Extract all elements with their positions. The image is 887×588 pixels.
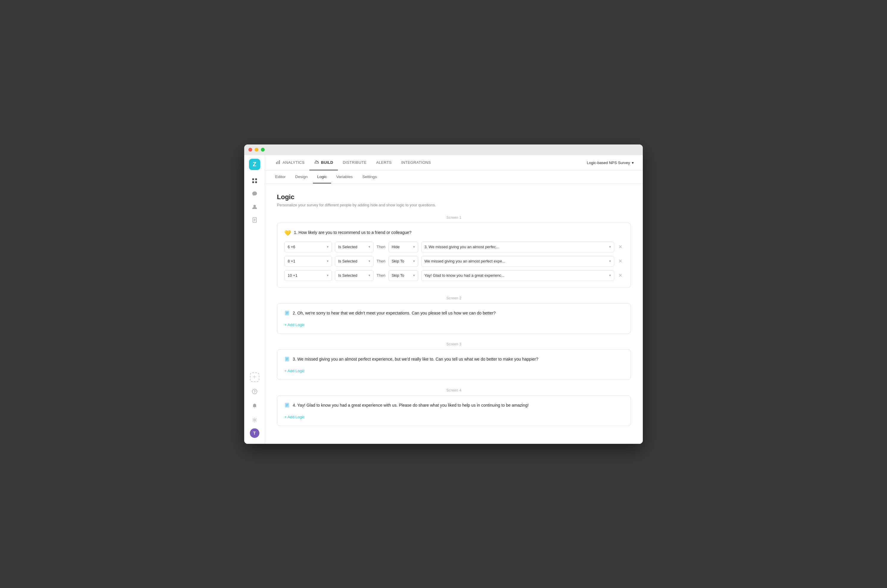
- condition-type-2[interactable]: Is Selected ▾: [335, 256, 374, 267]
- svg-rect-1: [255, 178, 257, 180]
- question-2-header: 2. Oh, we're sorry to hear that we didn'…: [284, 310, 624, 317]
- tab-settings[interactable]: Settings: [358, 170, 381, 183]
- sidebar-icon-grid[interactable]: [249, 175, 260, 187]
- close-button[interactable]: [248, 148, 252, 152]
- screen-section-2: Screen 2 2. Oh, we're: [277, 296, 631, 334]
- add-logic-4[interactable]: + Add Logic: [284, 415, 624, 419]
- screen-1-card: 💛 1. How likely are you to recommend us …: [277, 223, 631, 288]
- sidebar-icon-chat[interactable]: [249, 188, 260, 200]
- titlebar: [244, 144, 643, 155]
- screen-1-label: Screen 1: [277, 216, 631, 220]
- screen-4-card: 4. Yay! Glad to know you had a great exp…: [277, 395, 631, 426]
- nav-integrations-label: INTEGRATIONS: [401, 160, 431, 165]
- user-avatar[interactable]: T: [250, 428, 259, 438]
- app-container: Z: [244, 155, 643, 444]
- top-nav: ANALYTICS BUILD DISTRIBUTE ALERTS: [265, 155, 643, 171]
- nav-right: Logic-based NPS Survey ▾: [584, 159, 637, 167]
- then-label-3: Then: [377, 273, 385, 278]
- app-logo[interactable]: Z: [249, 159, 260, 170]
- app-window: Z: [244, 144, 643, 444]
- tab-variables[interactable]: Variables: [332, 170, 357, 183]
- nav-alerts-label: ALERTS: [376, 160, 392, 165]
- action-3[interactable]: Skip To ▾: [388, 270, 418, 281]
- survey-selector[interactable]: Logic-based NPS Survey ▾: [584, 159, 637, 167]
- question-1-header: 💛 1. How likely are you to recommend us …: [284, 230, 624, 236]
- nav-build[interactable]: BUILD: [309, 155, 338, 171]
- tab-logic-label: Logic: [317, 174, 326, 179]
- tab-editor-label: Editor: [275, 174, 286, 179]
- dropdown-5-arrow: ▾: [327, 259, 329, 263]
- then-label-2: Then: [377, 259, 385, 263]
- sidebar-bottom: ? T: [249, 386, 260, 440]
- screen-2-card: 2. Oh, we're sorry to hear that we didn'…: [277, 303, 631, 334]
- dropdown-11-arrow: ▾: [413, 273, 415, 278]
- nav-alerts[interactable]: ALERTS: [371, 155, 397, 171]
- destination-2[interactable]: We missed giving you an almost perfect e…: [421, 256, 614, 267]
- condition-value-2[interactable]: 8 +1 ▾: [284, 256, 332, 267]
- condition-value-1[interactable]: 6 +6 ▾: [284, 242, 332, 252]
- tab-logic[interactable]: Logic: [313, 170, 331, 183]
- destination-1[interactable]: 3. We missed giving you an almost perfec…: [421, 242, 614, 252]
- svg-rect-0: [252, 178, 254, 180]
- svg-rect-3: [255, 182, 257, 183]
- add-logic-3[interactable]: + Add Logic: [284, 369, 624, 373]
- question-3-header: 3. We missed giving you an almost perfec…: [284, 356, 624, 363]
- action-1[interactable]: Hide ▾: [388, 242, 418, 252]
- question-3-icon: [284, 356, 290, 363]
- dropdown-6-arrow: ▾: [368, 259, 370, 263]
- sidebar-icon-help[interactable]: ?: [249, 386, 260, 398]
- destination-3[interactable]: Yay! Glad to know you had a great experi…: [421, 270, 614, 281]
- question-1-icon: 💛: [284, 230, 291, 236]
- dropdown-12-arrow: ▾: [609, 273, 611, 278]
- nav-analytics[interactable]: ANALYTICS: [271, 155, 309, 171]
- svg-rect-14: [279, 160, 280, 164]
- build-icon: [314, 160, 319, 165]
- question-2-text: 2. Oh, we're sorry to hear that we didn'…: [293, 310, 496, 316]
- add-logic-2[interactable]: + Add Logic: [284, 322, 624, 327]
- add-button[interactable]: +: [250, 372, 259, 382]
- dropdown-2-arrow: ▾: [368, 245, 370, 249]
- svg-text:?: ?: [253, 390, 256, 393]
- tab-editor[interactable]: Editor: [271, 170, 290, 183]
- nav-distribute[interactable]: DISTRIBUTE: [338, 155, 371, 171]
- minimize-button[interactable]: [255, 148, 259, 152]
- screen-section-1: Screen 1 💛 1. How likely are you to reco…: [277, 216, 631, 288]
- screen-section-3: Screen 3 3. We missed: [277, 342, 631, 380]
- question-4-header: 4. Yay! Glad to know you had a great exp…: [284, 402, 624, 410]
- condition-value-3[interactable]: 10 +1 ▾: [284, 270, 332, 281]
- logic-row-1: 6 +6 ▾ Is Selected ▾ Then Hide ▾: [284, 242, 624, 252]
- remove-row-1[interactable]: ✕: [617, 243, 624, 251]
- dropdown-7-arrow: ▾: [413, 259, 415, 263]
- page-content: Logic Personalize your survey for differ…: [265, 184, 643, 444]
- remove-row-2[interactable]: ✕: [617, 257, 624, 265]
- sub-nav: Editor Design Logic Variables Settings: [265, 171, 643, 184]
- sidebar-icon-person[interactable]: [249, 201, 260, 213]
- survey-name: Logic-based NPS Survey: [587, 160, 630, 165]
- question-1-text: 1. How likely are you to recommend us to…: [294, 230, 411, 236]
- tab-design-label: Design: [295, 174, 308, 179]
- condition-type-3[interactable]: Is Selected ▾: [335, 270, 374, 281]
- svg-point-4: [253, 205, 256, 207]
- condition-type-1[interactable]: Is Selected ▾: [335, 242, 374, 252]
- dropdown-10-arrow: ▾: [368, 273, 370, 278]
- remove-row-3[interactable]: ✕: [617, 272, 624, 279]
- question-2-icon: [284, 310, 290, 317]
- nav-build-label: BUILD: [321, 160, 333, 165]
- tab-design[interactable]: Design: [291, 170, 312, 183]
- maximize-button[interactable]: [261, 148, 265, 152]
- nav-analytics-label: ANALYTICS: [283, 160, 305, 165]
- dropdown-4-arrow: ▾: [609, 245, 611, 249]
- then-label-1: Then: [377, 244, 385, 249]
- action-2[interactable]: Skip To ▾: [388, 256, 418, 267]
- dropdown-arrow-icon: ▾: [632, 160, 634, 165]
- page-description: Personalize your survey for different pe…: [277, 203, 631, 207]
- nav-integrations[interactable]: INTEGRATIONS: [397, 155, 436, 171]
- sidebar-icon-bell[interactable]: [249, 400, 260, 412]
- dropdown-8-arrow: ▾: [609, 259, 611, 263]
- sidebar-icon-settings[interactable]: [249, 414, 260, 426]
- sidebar-icon-survey[interactable]: [249, 214, 260, 226]
- screen-4-label: Screen 4: [277, 388, 631, 392]
- svg-rect-2: [252, 182, 254, 183]
- screen-3-label: Screen 3: [277, 342, 631, 346]
- screen-3-card: 3. We missed giving you an almost perfec…: [277, 349, 631, 380]
